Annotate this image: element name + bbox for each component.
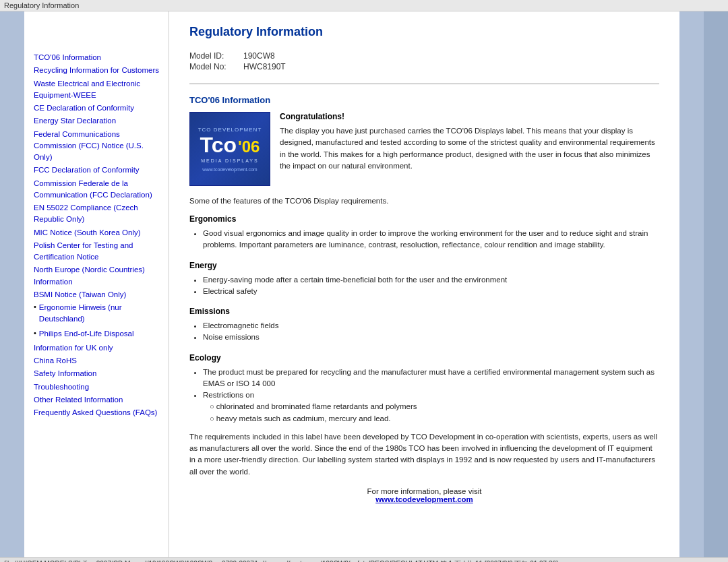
ecology-sub-item-2: heavy metals such as cadmium, mercury an… [210, 413, 659, 425]
ergonomics-title: Ergonomics [189, 214, 659, 224]
features-intro: Some of the features of the TCO'06 Displ… [189, 197, 659, 205]
sidebar-bullet-item-ergonomie: •Ergonomie Hinweis (nur Deutschland) [34, 302, 162, 327]
sidebar-links-container: TCO'06 InformationRecycling Information … [34, 52, 162, 418]
model-no-row: Model No: HWC8190T [189, 62, 659, 71]
footer-visit-text: For more information, please visit [367, 487, 481, 495]
browser-title-bar: Regulatory Information [0, 0, 728, 11]
sidebar-link-chinarohs[interactable]: China RoHS [34, 355, 162, 367]
model-no-value: HWC8190T [243, 62, 286, 71]
ecology-sub-list: chlorinated and brominated flame retarda… [210, 401, 659, 425]
sidebar-link-ergonomie[interactable]: Ergonomie Hinweis (nur Deutschland) [39, 302, 162, 325]
energy-item-1: Energy-saving mode after a certain time-… [203, 274, 659, 286]
tco-logo-web: www.tcodevelopment.com [202, 167, 257, 172]
ecology-item-1: The product must be prepared for recycli… [203, 367, 659, 390]
sidebar-link-troubleshooting[interactable]: Troubleshooting [34, 381, 162, 393]
sidebar-link-nordic[interactable]: North Europe (Nordic Countries) Informat… [34, 264, 162, 288]
far-right-accent-bar [704, 11, 728, 557]
tco-logo-top: Tco Development [198, 127, 262, 133]
model-info-table: Model ID: 190CW8 Model No: HWC8190T [189, 51, 659, 71]
model-id-row: Model ID: 190CW8 [189, 51, 659, 61]
sidebar-link-faqs[interactable]: Frequently Asked Questions (FAQs) [34, 407, 162, 418]
model-no-label: Model No: [189, 62, 243, 71]
sidebar-link-fccdecl[interactable]: FCC Declaration of Conformity [34, 164, 162, 176]
congrats-heading: Congratulations! [280, 112, 659, 121]
left-accent-bar [0, 11, 24, 557]
footer-paragraph: The requirements included in this label … [189, 431, 659, 478]
model-id-label: Model ID: [189, 51, 243, 61]
energy-item-2: Electrical safety [203, 286, 659, 297]
sidebar-link-commission[interactable]: Commission Federale de la Communication … [34, 178, 162, 201]
sidebar-link-mic[interactable]: MIC Notice (South Korea Only) [34, 227, 162, 239]
tco-logo-sub: MEDIA DISPLAYS [201, 158, 258, 163]
ergonomics-item-1: Good visual ergonomics and image quality… [203, 228, 659, 251]
sidebar-bullet-item-philips: •Philips End-of-Life Disposal [34, 328, 162, 341]
sidebar-link-ukonly[interactable]: Information for UK only [34, 342, 162, 354]
right-accent-bar [679, 11, 704, 557]
sidebar-link-fcc[interactable]: Federal Communications Commission (FCC) … [34, 129, 162, 164]
section-divider [189, 84, 659, 84]
emissions-item-1: Electromagnetic fields [203, 320, 659, 332]
tco-info-block: Tco Development Tco '06 MEDIA DISPLAYS w… [189, 112, 659, 186]
sidebar-link-other[interactable]: Other Related Information [34, 394, 162, 406]
page-title: Regulatory Information [189, 25, 659, 39]
sidebar-link-recycling[interactable]: Recycling Information for Customers [34, 65, 162, 76]
sidebar-bullet-dot: • [34, 329, 36, 337]
browser-title: Regulatory Information [4, 1, 79, 9]
ecology-sub-item-1: chlorinated and brominated flame retarda… [210, 401, 659, 412]
tco-logo-main: Tco [200, 134, 237, 156]
sidebar-link-tco06[interactable]: TCO'06 Information [34, 52, 162, 63]
status-bar: file:///H/OEM MODELS/Philips 2007/CD Man… [0, 557, 728, 562]
congrats-text: The display you have just purchased carr… [280, 125, 659, 172]
tco-logo: Tco Development Tco '06 MEDIA DISPLAYS w… [189, 112, 270, 186]
footer-visit-area: For more information, please visit www.t… [189, 487, 659, 503]
emissions-list: Electromagnetic fields Noise emissions [203, 320, 659, 344]
sidebar-link-safety[interactable]: Safety Information [34, 368, 162, 379]
sidebar-link-ce[interactable]: CE Declaration of Conformity [34, 102, 162, 114]
sidebar-link-en55022[interactable]: EN 55022 Compliance (Czech Republic Only… [34, 202, 162, 226]
ecology-item-2: Restrictions on chlorinated and brominat… [203, 389, 659, 425]
ecology-list: The product must be prepared for recycli… [203, 367, 659, 425]
model-id-value: 190CW8 [243, 51, 275, 61]
energy-title: Energy [189, 261, 659, 270]
footer-link[interactable]: www.tcodevelopment.com [375, 495, 473, 503]
ergonomics-list: Good visual ergonomics and image quality… [203, 228, 659, 251]
sidebar-link-polish[interactable]: Polish Center for Testing and Certificat… [34, 240, 162, 263]
sidebar-link-energystar[interactable]: Energy Star Declaration [34, 115, 162, 127]
sidebar-bullet-dot: • [34, 303, 36, 311]
sidebar-link-bsmi[interactable]: BSMI Notice (Taiwan Only) [34, 289, 162, 301]
sidebar-link-philips[interactable]: Philips End-of-Life Disposal [39, 328, 134, 340]
sidebar-nav: TCO'06 InformationRecycling Information … [24, 11, 169, 557]
energy-list: Energy-saving mode after a certain time-… [203, 274, 659, 298]
tco-text-block: Congratulations! The display you have ju… [280, 112, 659, 172]
main-content-area: Regulatory Information Model ID: 190CW8 … [169, 11, 679, 557]
tco-section-title: TCO'06 Information [189, 95, 659, 105]
sidebar-link-weee[interactable]: Waste Electrical and Electronic Equipmen… [34, 78, 162, 102]
emissions-item-2: Noise emissions [203, 332, 659, 343]
emissions-title: Emissions [189, 307, 659, 316]
tco-logo-year: '06 [238, 139, 260, 155]
ecology-title: Ecology [189, 353, 659, 363]
